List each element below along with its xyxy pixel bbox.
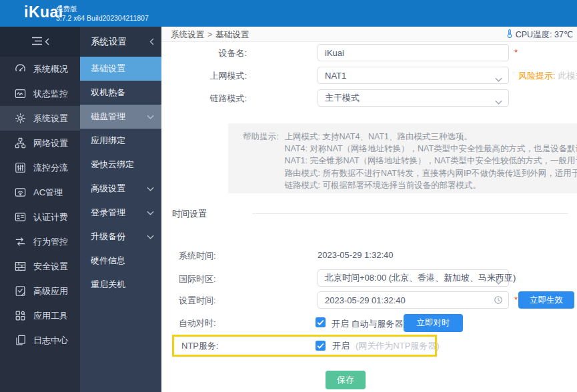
- link-mode-select[interactable]: 主干模式: [318, 89, 509, 107]
- submenu-item-label: 硬件信息: [91, 255, 125, 267]
- submenu-item-label: 磁盘管理: [91, 111, 125, 123]
- submenu-item-dual-hot-standby[interactable]: 双机热备: [80, 81, 161, 105]
- save-button[interactable]: 保存: [326, 371, 366, 389]
- submenu-items: 基础设置双机热备磁盘管理应用绑定爱快云绑定高级设置登录管理升级备份硬件信息重启关…: [80, 57, 161, 297]
- submenu-item-restart-shutdown[interactable]: 重启关机: [80, 273, 161, 297]
- ntp-service-checkbox[interactable]: [316, 341, 326, 351]
- build-label: 3.7.2 x64 Build202304211807: [56, 13, 149, 23]
- sidebar-item-label: 高级应用: [33, 285, 68, 297]
- wan-mode-select[interactable]: NAT1: [318, 67, 509, 84]
- help-tips-box: 帮助提示: 上网模式: 支持NAT4、NAT1、路由模式三种选项。NAT4: 对…: [228, 123, 577, 193]
- timezone-select[interactable]: 北京时间+08:00 (北京、香港、新加坡、马来西亚): [318, 269, 509, 287]
- breadcrumb-item: 基础设置: [215, 30, 249, 39]
- device-name-label: 设备名:: [167, 47, 247, 59]
- help-line: NAT4: 对称NAT（网络地址转换），NAT类型中安全性最高的方式，也是设备默…: [284, 143, 577, 155]
- sidebar-item-label: 日志中心: [33, 335, 68, 347]
- sidebar-item-flow-control[interactable]: 流控分流: [0, 155, 80, 180]
- ntp-service-label: NTP服务:: [181, 340, 219, 352]
- firewall-icon: [14, 260, 27, 273]
- submenu-item-ikuai-cloud-bind[interactable]: 爱快云绑定: [80, 153, 161, 177]
- sidebar-item-label: 认证计费: [33, 211, 68, 223]
- submenu-header[interactable]: 系统设置: [80, 27, 161, 57]
- sidebar-item-app-tools[interactable]: 应用工具: [0, 303, 80, 328]
- submenu-item-label: 登录管理: [91, 207, 125, 219]
- required-asterisk: *: [514, 295, 518, 305]
- risk-warning-text: 此模式下网: [558, 71, 577, 81]
- time-section-title: 时间设置: [172, 208, 207, 220]
- help-line: 上网模式: 支持NAT4、NAT1、路由模式三种选项。: [284, 131, 577, 143]
- chevron-down-icon: [495, 74, 502, 79]
- submenu-item-label: 双机热备: [91, 87, 125, 99]
- sidebar-collapse-button[interactable]: [0, 27, 80, 57]
- network-icon: [14, 137, 27, 149]
- sidebar-item-label: 安全设置: [33, 261, 68, 273]
- submenu-item-label: 应用绑定: [91, 135, 125, 147]
- sidebar-item-label: 系统设置: [33, 113, 68, 125]
- gear-icon: [14, 112, 27, 125]
- chevron-left-icon: [45, 38, 49, 45]
- sidebar-item-behavior-control[interactable]: 行为管控: [0, 229, 80, 254]
- help-tips-lines: 上网模式: 支持NAT4、NAT1、路由模式三种选项。NAT4: 对称NAT（网…: [284, 131, 577, 193]
- ntp-highlight-box: NTP服务: 开启 (网关作为NTP服务器): [172, 335, 437, 357]
- submenu-item-basic-settings[interactable]: 基础设置: [80, 57, 161, 81]
- sidebar-item-ac-management[interactable]: AC管理: [0, 180, 80, 205]
- system-time-value: 2023-05-29 1:32:40: [318, 250, 393, 260]
- chevron-down-icon: [147, 235, 154, 239]
- sliders-icon: [14, 161, 27, 174]
- submenu-item-label: 爱快云绑定: [91, 159, 134, 171]
- submenu-item-hardware-info[interactable]: 硬件信息: [80, 249, 161, 273]
- sidebar-item-label: 流控分流: [33, 162, 68, 174]
- help-line: 链路模式: 可根据部署环境选择当前设备的部署模式。: [284, 179, 577, 191]
- breadcrumb-item[interactable]: 系统设置: [171, 30, 204, 39]
- submenu-item-upgrade-backup[interactable]: 升级备份: [80, 225, 161, 249]
- submenu-item-label: 基础设置: [91, 63, 125, 75]
- sidebar-item-system-overview[interactable]: 系统概况: [0, 57, 80, 81]
- risk-warning-label[interactable]: 风险提示:: [518, 71, 556, 81]
- help-line: 路由模式: 所有数据不进行NAT转发，直接将内网IP不做伪装传送到外网，适用于内…: [284, 167, 577, 179]
- ntp-checkbox-text: 开启: [332, 340, 350, 352]
- auto-sync-checkbox[interactable]: [316, 317, 326, 327]
- device-name-input[interactable]: [318, 44, 509, 61]
- sidebar-item-system-settings[interactable]: 系统设置: [0, 106, 80, 131]
- help-line: NAT1: 完全锥形NAT（网络地址转换），NAT类型中安全性较低的方式，一般用…: [284, 155, 577, 167]
- cpu-temperature: CPU温度: 37℃: [506, 29, 573, 41]
- chevron-down-icon: [147, 211, 154, 215]
- clock-icon[interactable]: [494, 295, 503, 305]
- submenu-item-advanced-settings[interactable]: 高级设置: [80, 177, 161, 201]
- submenu-item-disk-management[interactable]: 磁盘管理: [80, 105, 161, 129]
- main-sidebar: 系统概况状态监控系统设置网络设置流控分流AC管理认证计费行为管控安全设置高级应用…: [0, 27, 80, 392]
- gauge-icon: [14, 63, 27, 75]
- submenu-item-login-management[interactable]: 登录管理: [80, 201, 161, 225]
- swap-arrows-icon: [14, 235, 27, 248]
- submenu-item-label: 重启关机: [91, 279, 125, 291]
- sync-now-button[interactable]: 立即对时: [404, 314, 463, 332]
- sidebar-item-network-settings[interactable]: 网络设置: [0, 131, 80, 155]
- timezone-label: 国际时区:: [179, 273, 216, 285]
- ikuai-admin-window: iKuai 免费版 3.7.2 x64 Build202304211807 系统…: [0, 0, 577, 392]
- set-time-input[interactable]: [318, 291, 509, 309]
- ntp-hint-text: (网关作为NTP服务器): [356, 340, 440, 352]
- apply-now-button[interactable]: 立即生效: [518, 291, 574, 309]
- wifi-icon: [14, 186, 27, 199]
- wan-mode-value: NAT1: [325, 71, 346, 81]
- submenu-item-label: 升级备份: [91, 231, 125, 243]
- submenu-item-label: 高级设置: [91, 183, 125, 195]
- sidebar-item-advanced-apps[interactable]: 高级应用: [0, 279, 80, 303]
- thermometer-icon: [506, 29, 514, 41]
- sidebar-item-log-center[interactable]: 日志中心: [0, 328, 80, 353]
- sidebar-item-auth-billing[interactable]: 认证计费: [0, 205, 80, 229]
- top-bar: iKuai 免费版 3.7.2 x64 Build202304211807: [0, 0, 577, 27]
- chevron-down-icon: [495, 277, 502, 281]
- hamburger-icon: [31, 36, 43, 48]
- sidebar-item-security-settings[interactable]: 安全设置: [0, 254, 80, 279]
- edition-label: 免费版: [56, 4, 149, 13]
- breadcrumb-bar: 系统设置>基础设置 CPU温度: 37℃: [161, 27, 577, 42]
- sidebar-item-status-monitor[interactable]: 状态监控: [0, 81, 80, 106]
- sidebar-items: 系统概况状态监控系统设置网络设置流控分流AC管理认证计费行为管控安全设置高级应用…: [0, 57, 80, 353]
- submenu-item-app-binding[interactable]: 应用绑定: [80, 129, 161, 153]
- link-mode-label: 链路模式:: [167, 93, 247, 105]
- sidebar-item-label: 网络设置: [33, 137, 68, 149]
- system-time-label: 系统时间:: [179, 250, 216, 262]
- chevron-down-icon: [495, 97, 502, 101]
- app-check-icon: [14, 285, 27, 297]
